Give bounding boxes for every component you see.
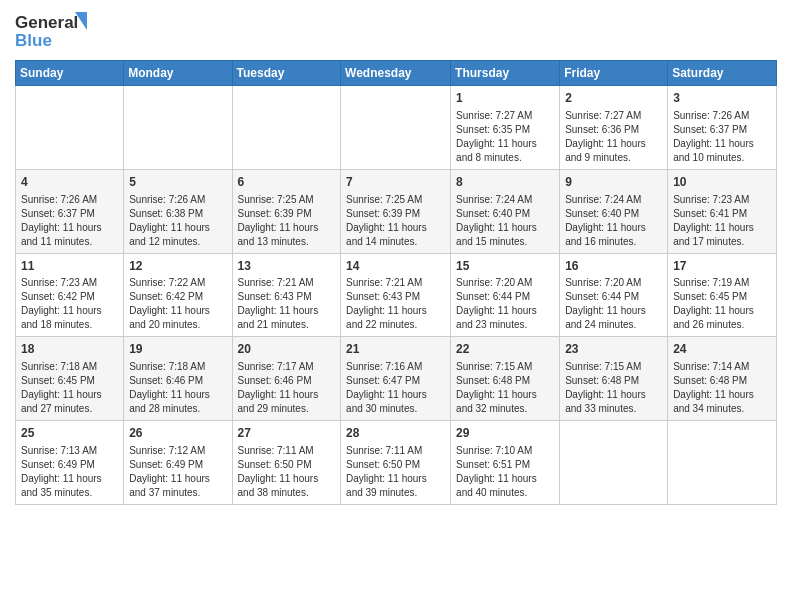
day-info: Sunrise: 7:13 AM Sunset: 6:49 PM Dayligh… bbox=[21, 444, 118, 500]
day-number: 5 bbox=[129, 174, 226, 191]
day-number: 11 bbox=[21, 258, 118, 275]
day-number: 27 bbox=[238, 425, 336, 442]
day-number: 23 bbox=[565, 341, 662, 358]
day-cell: 8Sunrise: 7:24 AM Sunset: 6:40 PM Daylig… bbox=[451, 169, 560, 253]
day-cell: 3Sunrise: 7:26 AM Sunset: 6:37 PM Daylig… bbox=[668, 86, 777, 170]
day-info: Sunrise: 7:26 AM Sunset: 6:37 PM Dayligh… bbox=[21, 193, 118, 249]
day-number: 15 bbox=[456, 258, 554, 275]
day-info: Sunrise: 7:23 AM Sunset: 6:41 PM Dayligh… bbox=[673, 193, 771, 249]
day-cell: 16Sunrise: 7:20 AM Sunset: 6:44 PM Dayli… bbox=[560, 253, 668, 337]
day-number: 20 bbox=[238, 341, 336, 358]
day-cell: 24Sunrise: 7:14 AM Sunset: 6:48 PM Dayli… bbox=[668, 337, 777, 421]
weekday-wednesday: Wednesday bbox=[341, 61, 451, 86]
day-info: Sunrise: 7:12 AM Sunset: 6:49 PM Dayligh… bbox=[129, 444, 226, 500]
day-cell: 14Sunrise: 7:21 AM Sunset: 6:43 PM Dayli… bbox=[341, 253, 451, 337]
day-cell: 18Sunrise: 7:18 AM Sunset: 6:45 PM Dayli… bbox=[16, 337, 124, 421]
day-cell: 28Sunrise: 7:11 AM Sunset: 6:50 PM Dayli… bbox=[341, 421, 451, 505]
day-number: 16 bbox=[565, 258, 662, 275]
day-info: Sunrise: 7:24 AM Sunset: 6:40 PM Dayligh… bbox=[565, 193, 662, 249]
weekday-sunday: Sunday bbox=[16, 61, 124, 86]
day-cell: 29Sunrise: 7:10 AM Sunset: 6:51 PM Dayli… bbox=[451, 421, 560, 505]
day-number: 19 bbox=[129, 341, 226, 358]
week-row-1: 4Sunrise: 7:26 AM Sunset: 6:37 PM Daylig… bbox=[16, 169, 777, 253]
day-info: Sunrise: 7:20 AM Sunset: 6:44 PM Dayligh… bbox=[456, 276, 554, 332]
day-cell: 5Sunrise: 7:26 AM Sunset: 6:38 PM Daylig… bbox=[124, 169, 232, 253]
day-info: Sunrise: 7:26 AM Sunset: 6:37 PM Dayligh… bbox=[673, 109, 771, 165]
day-cell: 4Sunrise: 7:26 AM Sunset: 6:37 PM Daylig… bbox=[16, 169, 124, 253]
day-number: 8 bbox=[456, 174, 554, 191]
day-info: Sunrise: 7:22 AM Sunset: 6:42 PM Dayligh… bbox=[129, 276, 226, 332]
day-cell: 23Sunrise: 7:15 AM Sunset: 6:48 PM Dayli… bbox=[560, 337, 668, 421]
day-info: Sunrise: 7:21 AM Sunset: 6:43 PM Dayligh… bbox=[346, 276, 445, 332]
day-info: Sunrise: 7:15 AM Sunset: 6:48 PM Dayligh… bbox=[456, 360, 554, 416]
day-info: Sunrise: 7:14 AM Sunset: 6:48 PM Dayligh… bbox=[673, 360, 771, 416]
day-cell bbox=[560, 421, 668, 505]
day-number: 21 bbox=[346, 341, 445, 358]
day-number: 6 bbox=[238, 174, 336, 191]
day-info: Sunrise: 7:18 AM Sunset: 6:46 PM Dayligh… bbox=[129, 360, 226, 416]
day-number: 26 bbox=[129, 425, 226, 442]
day-number: 28 bbox=[346, 425, 445, 442]
day-number: 3 bbox=[673, 90, 771, 107]
day-info: Sunrise: 7:24 AM Sunset: 6:40 PM Dayligh… bbox=[456, 193, 554, 249]
day-info: Sunrise: 7:16 AM Sunset: 6:47 PM Dayligh… bbox=[346, 360, 445, 416]
day-info: Sunrise: 7:10 AM Sunset: 6:51 PM Dayligh… bbox=[456, 444, 554, 500]
day-info: Sunrise: 7:23 AM Sunset: 6:42 PM Dayligh… bbox=[21, 276, 118, 332]
day-info: Sunrise: 7:18 AM Sunset: 6:45 PM Dayligh… bbox=[21, 360, 118, 416]
day-number: 1 bbox=[456, 90, 554, 107]
day-cell: 12Sunrise: 7:22 AM Sunset: 6:42 PM Dayli… bbox=[124, 253, 232, 337]
day-cell bbox=[124, 86, 232, 170]
day-info: Sunrise: 7:11 AM Sunset: 6:50 PM Dayligh… bbox=[238, 444, 336, 500]
week-row-3: 18Sunrise: 7:18 AM Sunset: 6:45 PM Dayli… bbox=[16, 337, 777, 421]
weekday-friday: Friday bbox=[560, 61, 668, 86]
day-cell: 9Sunrise: 7:24 AM Sunset: 6:40 PM Daylig… bbox=[560, 169, 668, 253]
day-info: Sunrise: 7:26 AM Sunset: 6:38 PM Dayligh… bbox=[129, 193, 226, 249]
day-number: 12 bbox=[129, 258, 226, 275]
day-cell: 10Sunrise: 7:23 AM Sunset: 6:41 PM Dayli… bbox=[668, 169, 777, 253]
day-cell: 1Sunrise: 7:27 AM Sunset: 6:35 PM Daylig… bbox=[451, 86, 560, 170]
day-cell bbox=[232, 86, 341, 170]
day-cell: 2Sunrise: 7:27 AM Sunset: 6:36 PM Daylig… bbox=[560, 86, 668, 170]
day-info: Sunrise: 7:25 AM Sunset: 6:39 PM Dayligh… bbox=[346, 193, 445, 249]
week-row-0: 1Sunrise: 7:27 AM Sunset: 6:35 PM Daylig… bbox=[16, 86, 777, 170]
day-cell: 11Sunrise: 7:23 AM Sunset: 6:42 PM Dayli… bbox=[16, 253, 124, 337]
day-cell bbox=[16, 86, 124, 170]
page: GeneralBlue SundayMondayTuesdayWednesday… bbox=[0, 0, 792, 612]
day-number: 7 bbox=[346, 174, 445, 191]
day-cell: 19Sunrise: 7:18 AM Sunset: 6:46 PM Dayli… bbox=[124, 337, 232, 421]
week-row-4: 25Sunrise: 7:13 AM Sunset: 6:49 PM Dayli… bbox=[16, 421, 777, 505]
day-cell bbox=[668, 421, 777, 505]
day-number: 24 bbox=[673, 341, 771, 358]
svg-text:Blue: Blue bbox=[15, 31, 52, 50]
day-number: 25 bbox=[21, 425, 118, 442]
day-number: 17 bbox=[673, 258, 771, 275]
week-row-2: 11Sunrise: 7:23 AM Sunset: 6:42 PM Dayli… bbox=[16, 253, 777, 337]
day-cell: 26Sunrise: 7:12 AM Sunset: 6:49 PM Dayli… bbox=[124, 421, 232, 505]
day-number: 22 bbox=[456, 341, 554, 358]
day-info: Sunrise: 7:15 AM Sunset: 6:48 PM Dayligh… bbox=[565, 360, 662, 416]
day-cell: 13Sunrise: 7:21 AM Sunset: 6:43 PM Dayli… bbox=[232, 253, 341, 337]
day-cell: 15Sunrise: 7:20 AM Sunset: 6:44 PM Dayli… bbox=[451, 253, 560, 337]
day-info: Sunrise: 7:25 AM Sunset: 6:39 PM Dayligh… bbox=[238, 193, 336, 249]
weekday-saturday: Saturday bbox=[668, 61, 777, 86]
day-number: 2 bbox=[565, 90, 662, 107]
calendar-body: 1Sunrise: 7:27 AM Sunset: 6:35 PM Daylig… bbox=[16, 86, 777, 505]
calendar-table: SundayMondayTuesdayWednesdayThursdayFrid… bbox=[15, 60, 777, 505]
day-number: 14 bbox=[346, 258, 445, 275]
day-cell: 17Sunrise: 7:19 AM Sunset: 6:45 PM Dayli… bbox=[668, 253, 777, 337]
weekday-thursday: Thursday bbox=[451, 61, 560, 86]
day-number: 9 bbox=[565, 174, 662, 191]
day-info: Sunrise: 7:21 AM Sunset: 6:43 PM Dayligh… bbox=[238, 276, 336, 332]
day-cell: 7Sunrise: 7:25 AM Sunset: 6:39 PM Daylig… bbox=[341, 169, 451, 253]
day-info: Sunrise: 7:20 AM Sunset: 6:44 PM Dayligh… bbox=[565, 276, 662, 332]
day-cell: 21Sunrise: 7:16 AM Sunset: 6:47 PM Dayli… bbox=[341, 337, 451, 421]
day-number: 4 bbox=[21, 174, 118, 191]
day-cell: 22Sunrise: 7:15 AM Sunset: 6:48 PM Dayli… bbox=[451, 337, 560, 421]
day-cell: 6Sunrise: 7:25 AM Sunset: 6:39 PM Daylig… bbox=[232, 169, 341, 253]
day-info: Sunrise: 7:27 AM Sunset: 6:36 PM Dayligh… bbox=[565, 109, 662, 165]
day-info: Sunrise: 7:19 AM Sunset: 6:45 PM Dayligh… bbox=[673, 276, 771, 332]
day-info: Sunrise: 7:17 AM Sunset: 6:46 PM Dayligh… bbox=[238, 360, 336, 416]
day-info: Sunrise: 7:27 AM Sunset: 6:35 PM Dayligh… bbox=[456, 109, 554, 165]
logo-svg: GeneralBlue bbox=[15, 10, 90, 52]
day-number: 18 bbox=[21, 341, 118, 358]
